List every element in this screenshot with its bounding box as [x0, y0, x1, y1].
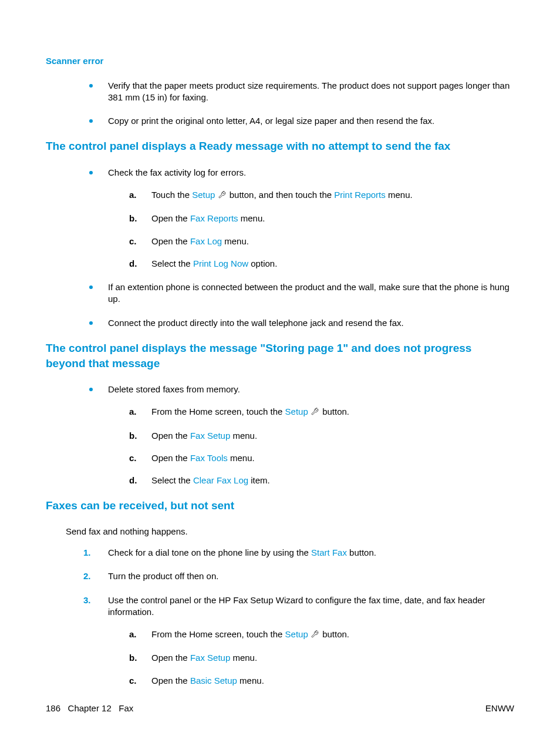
- list-item: Connect the product directly into the wa…: [89, 317, 514, 329]
- heading-scanner-error: Scanner error: [46, 55, 514, 67]
- link-setup[interactable]: Setup: [285, 629, 308, 639]
- faxes-substeps: From the Home screen, touch the Setup bu…: [108, 629, 514, 687]
- text: Delete stored faxes from memory.: [108, 384, 240, 394]
- text: Use the control panel or the HP Fax Setu…: [108, 595, 485, 617]
- list-item: Copy or print the original onto letter, …: [89, 115, 514, 127]
- ready-list: Check the fax activity log for errors. T…: [46, 167, 514, 329]
- step-d: Select the Print Log Now option.: [129, 258, 514, 270]
- text: button.: [320, 629, 349, 639]
- link-print-reports[interactable]: Print Reports: [334, 190, 386, 200]
- step-c: Open the Fax Tools menu.: [129, 452, 514, 464]
- text: Check for a dial tone on the phone line …: [108, 547, 311, 557]
- link-fax-reports[interactable]: Fax Reports: [190, 213, 238, 223]
- text: item.: [248, 475, 270, 485]
- list-item: Delete stored faxes from memory. From th…: [89, 384, 514, 486]
- wrench-icon: [218, 190, 227, 202]
- heading-faxes-not-sent: Faxes can be received, but not sent: [46, 498, 514, 513]
- step-d: Select the Clear Fax Log item.: [129, 475, 514, 486]
- link-basic-setup[interactable]: Basic Setup: [190, 676, 237, 685]
- step-a: From the Home screen, touch the Setup bu…: [129, 629, 514, 641]
- link-fax-setup[interactable]: Fax Setup: [190, 431, 230, 441]
- text: Open the: [151, 431, 190, 441]
- step-b: Open the Fax Reports menu.: [129, 213, 514, 224]
- text: Open the: [151, 236, 190, 246]
- step-b: Open the Fax Setup menu.: [129, 430, 514, 442]
- link-start-fax[interactable]: Start Fax: [311, 547, 347, 557]
- text: menu.: [222, 236, 249, 246]
- scanner-error-list: Verify that the paper meets product size…: [46, 80, 514, 127]
- text: menu.: [230, 431, 257, 441]
- text: Select the: [151, 475, 193, 485]
- intro-text: Send fax and nothing happens.: [46, 526, 514, 536]
- storing-steps: From the Home screen, touch the Setup bu…: [108, 406, 514, 486]
- text: menu.: [386, 190, 413, 200]
- storing-list: Delete stored faxes from memory. From th…: [46, 384, 514, 486]
- link-setup[interactable]: Setup: [192, 190, 215, 200]
- wrench-icon: [311, 629, 320, 641]
- chapter-label: Chapter 12 Fax: [68, 703, 134, 713]
- list-item: Check the fax activity log for errors. T…: [89, 167, 514, 270]
- document-page: Scanner error Verify that the paper meet…: [0, 0, 560, 746]
- footer-right: ENWW: [485, 703, 514, 713]
- text: button.: [347, 547, 376, 557]
- link-fax-tools[interactable]: Fax Tools: [190, 453, 228, 463]
- link-setup[interactable]: Setup: [285, 406, 308, 416]
- page-number: 186: [46, 703, 60, 713]
- link-fax-setup[interactable]: Fax Setup: [190, 653, 230, 663]
- faxes-steps: Check for a dial tone on the phone line …: [46, 547, 514, 687]
- link-print-log-now[interactable]: Print Log Now: [193, 258, 248, 268]
- text: Touch the: [151, 190, 192, 200]
- step-3: Use the control panel or the HP Fax Setu…: [83, 594, 514, 687]
- text: Select the: [151, 258, 193, 268]
- step-1: Check for a dial tone on the phone line …: [83, 547, 514, 559]
- step-c: Open the Fax Log menu.: [129, 236, 514, 247]
- wrench-icon: [311, 406, 320, 419]
- text: button, and then touch the: [227, 190, 335, 200]
- step-b: Open the Fax Setup menu.: [129, 652, 514, 664]
- step-a: Touch the Setup button, and then touch t…: [129, 189, 514, 202]
- ready-steps: Touch the Setup button, and then touch t…: [108, 189, 514, 270]
- text: Check the fax activity log for errors.: [108, 167, 246, 177]
- text: menu.: [228, 453, 255, 463]
- text: From the Home screen, touch the: [151, 406, 285, 416]
- text: option.: [248, 258, 277, 268]
- text: menu.: [237, 676, 264, 685]
- text: Open the: [151, 676, 190, 685]
- text: Open the: [151, 453, 190, 463]
- text: menu.: [230, 653, 257, 663]
- list-item: Verify that the paper meets product size…: [89, 80, 514, 104]
- link-clear-fax-log[interactable]: Clear Fax Log: [193, 475, 248, 485]
- text: menu.: [238, 213, 265, 223]
- step-c: Open the Basic Setup menu.: [129, 675, 514, 687]
- text: Open the: [151, 213, 190, 223]
- link-fax-log[interactable]: Fax Log: [190, 236, 222, 246]
- heading-ready-msg: The control panel displays a Ready messa…: [46, 139, 514, 154]
- page-footer: 186 Chapter 12 Fax ENWW: [46, 703, 514, 713]
- text: button.: [320, 406, 349, 416]
- step-a: From the Home screen, touch the Setup bu…: [129, 406, 514, 419]
- step-2: Turn the product off then on.: [83, 570, 514, 582]
- text: From the Home screen, touch the: [151, 629, 285, 639]
- list-item: If an extention phone is connected betwe…: [89, 281, 514, 305]
- heading-storing-msg: The control panel displays the message "…: [46, 341, 514, 371]
- text: Open the: [151, 653, 190, 663]
